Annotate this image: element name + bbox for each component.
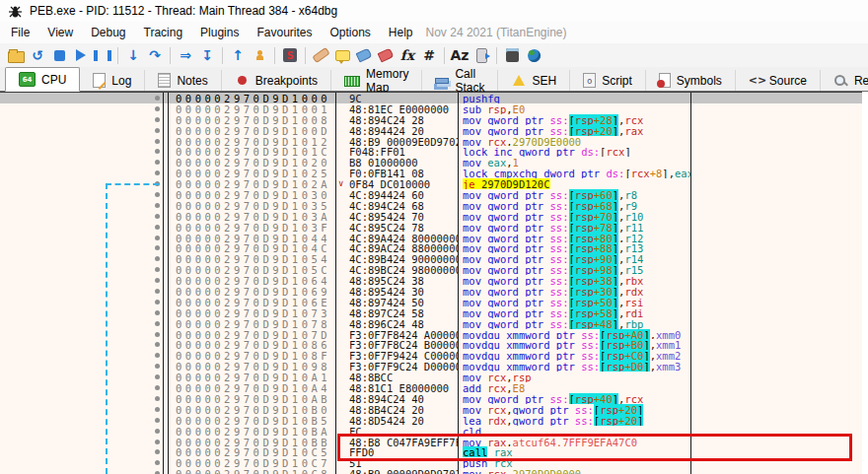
run-to-user-code-icon[interactable]: ⇒ xyxy=(175,45,196,65)
menu-file[interactable]: File xyxy=(2,23,38,42)
modules-icon[interactable] xyxy=(470,45,492,65)
breakpoint-dot[interactable] xyxy=(155,170,160,175)
disasm-row[interactable]: 000002970D9D10A4 48:81C1 E8000000 add rc… xyxy=(0,382,862,393)
breakpoint-dot[interactable] xyxy=(155,149,160,154)
case-icon[interactable]: Az xyxy=(449,45,470,65)
open-file-icon[interactable] xyxy=(5,45,27,65)
comments-icon[interactable] xyxy=(331,45,353,65)
disasm-row[interactable]: 000002970D9D103A 4C:895424 70 mov qword … xyxy=(0,211,862,222)
tab-script[interactable]: Script xyxy=(570,70,646,91)
tab-source[interactable]: Source xyxy=(736,70,821,91)
disasm-row[interactable]: 000002970D9D108F F3:0F7F9424 C0000000 mo… xyxy=(0,350,862,361)
breakpoint-dot[interactable] xyxy=(155,160,160,165)
disasm-row[interactable]: 000002970D9D103F 4C:895C24 78 mov qword … xyxy=(0,222,862,233)
disasm-row[interactable]: 000002970D9D1078 48:896C24 48 mov qword … xyxy=(0,318,862,329)
disasm-row[interactable]: 000002970D9D10B0 48:8B4C24 20 mov rcx,qw… xyxy=(0,404,862,415)
tab-cpu[interactable]: 64 CPU xyxy=(5,67,80,92)
pause-icon[interactable] xyxy=(92,45,113,65)
stop-icon[interactable] xyxy=(48,45,70,65)
step-into-skip-icon[interactable]: ↧ xyxy=(196,45,218,65)
disasm-row[interactable]: 000002970D9D10B5 48:8D5424 20 lea rdx,qw… xyxy=(0,415,862,426)
restart-icon[interactable]: ↺ xyxy=(27,45,48,65)
bookmarks-icon[interactable] xyxy=(375,45,397,65)
breakpoint-dot[interactable] xyxy=(155,407,160,412)
breakpoint-dot[interactable] xyxy=(155,289,160,294)
scylla-icon[interactable]: S xyxy=(279,45,301,65)
breakpoint-dot[interactable] xyxy=(155,385,160,390)
tab-notes[interactable]: Notes xyxy=(145,70,221,91)
disasm-row[interactable]: 000002970D9D104C 4C:89AC24 88000000 mov … xyxy=(0,242,862,253)
step-over-icon[interactable]: ↷ xyxy=(144,45,166,65)
disasm-row[interactable]: 000002970D9D100D 48:894424 20 mov qword … xyxy=(0,125,862,136)
hash-icon[interactable]: # xyxy=(418,45,440,65)
breakpoint-dot[interactable] xyxy=(155,236,160,240)
breakpoint-dot[interactable] xyxy=(155,440,160,444)
breakpoint-dot[interactable] xyxy=(155,321,160,326)
menu-favourites[interactable]: Favourites xyxy=(248,23,321,42)
breakpoint-dot[interactable] xyxy=(155,449,160,454)
breakpoint-dot[interactable] xyxy=(155,332,160,337)
breakpoint-dot[interactable] xyxy=(155,267,160,272)
disasm-row[interactable]: 000002970D9D1098 F3:0F7F9C24 D0000000 mo… xyxy=(0,361,862,372)
menu-view[interactable]: View xyxy=(38,23,82,42)
disasm-row[interactable]: 000002970D9D1044 4C:89A424 80000000 mov … xyxy=(0,233,862,243)
disasm-row[interactable]: 000002970D9D1025 F0:0FB141 08 lock cmpxc… xyxy=(0,168,862,178)
tab-memory-map[interactable]: Memory Map xyxy=(331,70,422,91)
step-into-icon[interactable]: ↓ xyxy=(122,45,144,65)
disasm-row[interactable]: 000002970D9D107D F3:0F7F8424 A0000000 mo… xyxy=(0,329,862,340)
disasm-row[interactable]: 000002970D9D1035 4C:894C24 68 mov qword … xyxy=(0,200,862,211)
breakpoint-dot[interactable] xyxy=(155,278,160,283)
breakpoint-dot[interactable] xyxy=(155,342,160,347)
disasm-row[interactable]: 000002970D9D1054 4C:89B424 90000000 mov … xyxy=(0,253,862,264)
breakpoint-dot[interactable] xyxy=(155,106,160,111)
breakpoint-dot[interactable] xyxy=(155,396,160,401)
run-icon[interactable] xyxy=(70,45,92,65)
breakpoint-dot[interactable] xyxy=(155,139,160,144)
tab-log[interactable]: Log xyxy=(80,70,145,91)
breakpoint-dot[interactable] xyxy=(155,245,160,250)
patches-icon[interactable] xyxy=(310,45,331,65)
disasm-row[interactable]: 000002970D9D1012 48:B9 00009E0D97020000 … xyxy=(0,136,862,147)
run-until-return-icon[interactable]: ↑ xyxy=(227,45,249,65)
disasm-row[interactable]: 000002970D9D101C F048:FF01 lock inc qwor… xyxy=(0,146,862,157)
disasm-row[interactable]: 000002970D9D1030 4C:894424 60 mov qword … xyxy=(0,189,862,200)
breakpoint-dot[interactable] xyxy=(155,128,160,133)
breakpoint-dot[interactable] xyxy=(155,460,160,465)
breakpoint-dot[interactable] xyxy=(155,117,160,122)
breakpoint-dot[interactable] xyxy=(155,429,160,434)
breakpoint-dot[interactable] xyxy=(155,418,160,423)
breakpoint-dot[interactable] xyxy=(155,203,160,208)
disasm-row[interactable]: 000002970D9D106E 48:897424 50 mov qword … xyxy=(0,297,862,307)
disasm-row[interactable]: 000002970D9D1000 9C pushfq xyxy=(0,93,862,103)
calculator-icon[interactable] xyxy=(501,45,523,65)
menu-help[interactable]: Help xyxy=(380,23,422,42)
menu-tracing[interactable]: Tracing xyxy=(135,23,192,42)
tab-seh[interactable]: SEH xyxy=(498,70,570,91)
disasm-row[interactable]: 000002970D9D1069 48:895424 30 mov qword … xyxy=(0,286,862,297)
disasm-row[interactable]: 000002970D9D1064 48:895C24 38 mov qword … xyxy=(0,275,862,286)
breakpoint-dot[interactable] xyxy=(155,192,160,197)
menu-debug[interactable]: Debug xyxy=(82,23,134,42)
breakpoint-dot[interactable] xyxy=(155,225,160,230)
trace-into-user-icon[interactable] xyxy=(249,45,270,65)
disasm-row[interactable]: 000002970D9D105C 4C:89BC24 98000000 mov … xyxy=(0,264,862,275)
disasm-row[interactable]: 000002970D9D10A1 48:8BCC mov rcx,rsp xyxy=(0,372,862,382)
tab-breakpoints[interactable]: Breakpoints xyxy=(222,70,331,91)
disasm-row[interactable]: 000002970D9D1073 48:897C24 58 mov qword … xyxy=(0,307,862,318)
tab-call-stack[interactable]: Call Stack xyxy=(422,70,498,91)
tab-references[interactable]: References xyxy=(821,70,868,91)
functions-icon[interactable]: fx xyxy=(397,45,418,65)
menu-options[interactable]: Options xyxy=(321,23,379,42)
breakpoint-dot[interactable] xyxy=(155,374,160,379)
disasm-row[interactable]: 000002970D9D1086 F3:0F7F8C24 B0000000 mo… xyxy=(0,339,862,350)
breakpoint-dot[interactable] xyxy=(155,96,160,101)
disasm-row[interactable]: 000002970D9D1020 B8 01000000 mov eax,1 xyxy=(0,157,862,168)
breakpoint-dot[interactable] xyxy=(155,300,160,305)
disasm-row[interactable]: 000002970D9D10C8 48:B9 00009D0D97020000 … xyxy=(0,468,862,474)
labels-icon[interactable] xyxy=(353,45,375,65)
breakpoint-dot[interactable] xyxy=(155,310,160,315)
tab-symbols[interactable]: Symbols xyxy=(646,70,736,91)
menu-plugins[interactable]: Plugins xyxy=(191,23,248,42)
breakpoint-dot[interactable] xyxy=(155,256,160,261)
breakpoint-dot[interactable] xyxy=(155,353,160,358)
